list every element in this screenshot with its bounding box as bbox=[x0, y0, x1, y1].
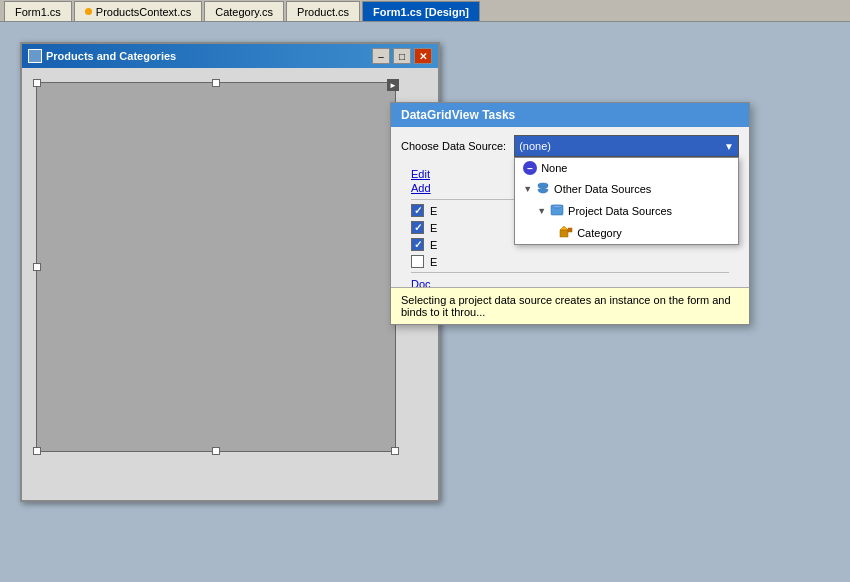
resize-handle-tl[interactable] bbox=[33, 79, 41, 87]
tab-categorycs-label: Category.cs bbox=[215, 6, 273, 18]
form-title: Products and Categories bbox=[28, 49, 176, 63]
category-icon bbox=[559, 225, 573, 241]
check-icon-2: ✓ bbox=[414, 222, 422, 233]
dropdown-other-sources-item[interactable]: ▼ Other Data Sources bbox=[515, 178, 738, 200]
form-window: Products and Categories – □ ✕ ► bbox=[20, 42, 440, 502]
form-titlebar: Products and Categories – □ ✕ bbox=[22, 44, 438, 68]
tab-productcs[interactable]: Product.cs bbox=[286, 1, 360, 21]
resize-handle-bl[interactable] bbox=[33, 447, 41, 455]
other-sources-db-icon bbox=[536, 181, 550, 197]
choose-data-source-row: Choose Data Source: (none) ▼ − None bbox=[401, 135, 739, 157]
project-sources-db-icon bbox=[550, 203, 564, 219]
dropdown-project-sources-item[interactable]: ▼ Project Data Sources bbox=[515, 200, 738, 222]
choose-data-source-label: Choose Data Source: bbox=[401, 140, 506, 152]
data-source-selected-value: (none) bbox=[519, 140, 551, 152]
checkbox-label-3: E bbox=[430, 239, 437, 251]
titlebar-buttons: – □ ✕ bbox=[372, 48, 432, 64]
checkbox-label-1: E bbox=[430, 205, 437, 217]
data-source-select[interactable]: (none) ▼ bbox=[514, 135, 739, 157]
checkbox-1[interactable]: ✓ bbox=[411, 204, 424, 217]
tab-productscontext-label: ProductsContext.cs bbox=[96, 6, 191, 18]
resize-handle-tm[interactable] bbox=[212, 79, 220, 87]
project-expand-arrow-icon: ▼ bbox=[537, 206, 546, 216]
svg-rect-5 bbox=[568, 228, 572, 232]
form-content: ► bbox=[22, 68, 438, 500]
checkbox-label-2: E bbox=[430, 222, 437, 234]
tab-form1design-label: Form1.cs [Design] bbox=[373, 6, 469, 18]
category-label: Category bbox=[577, 227, 622, 239]
dropdown-category-item[interactable]: Category bbox=[515, 222, 738, 244]
tasks-panel: DataGridView Tasks Choose Data Source: (… bbox=[390, 102, 750, 325]
svg-point-2 bbox=[553, 205, 562, 208]
tab-productcs-label: Product.cs bbox=[297, 6, 349, 18]
tab-bar: Form1.cs ProductsContext.cs Category.cs … bbox=[0, 0, 850, 22]
tasks-panel-title: DataGridView Tasks bbox=[391, 103, 749, 127]
check-icon-3: ✓ bbox=[414, 239, 422, 250]
checkbox-label-4: E bbox=[430, 256, 437, 268]
separator-2 bbox=[411, 272, 729, 273]
tab-productscontext[interactable]: ProductsContext.cs bbox=[74, 1, 202, 21]
other-sources-label: Other Data Sources bbox=[554, 183, 651, 195]
datagrid-tasks-arrow[interactable]: ► bbox=[387, 79, 399, 91]
checkbox-4[interactable] bbox=[411, 255, 424, 268]
expand-arrow-icon: ▼ bbox=[523, 184, 532, 194]
hint-text: Selecting a project data source creates … bbox=[401, 294, 731, 318]
checkbox-3[interactable]: ✓ bbox=[411, 238, 424, 251]
tasks-body: Choose Data Source: (none) ▼ − None bbox=[391, 127, 749, 303]
minimize-button[interactable]: – bbox=[372, 48, 390, 64]
checkbox-2[interactable]: ✓ bbox=[411, 221, 424, 234]
form-title-text: Products and Categories bbox=[46, 50, 176, 62]
data-source-select-container: (none) ▼ − None ▼ bbox=[514, 135, 739, 157]
close-button[interactable]: ✕ bbox=[414, 48, 432, 64]
project-sources-label: Project Data Sources bbox=[568, 205, 672, 217]
tab-form1design[interactable]: Form1.cs [Design] bbox=[362, 1, 480, 21]
tab-categorycs[interactable]: Category.cs bbox=[204, 1, 284, 21]
form-icon bbox=[28, 49, 42, 63]
resize-handle-br[interactable] bbox=[391, 447, 399, 455]
none-label: None bbox=[541, 162, 567, 174]
check-icon-1: ✓ bbox=[414, 205, 422, 216]
tab-form1cs[interactable]: Form1.cs bbox=[4, 1, 72, 21]
main-area: Products and Categories – □ ✕ ► bbox=[0, 22, 850, 582]
svg-rect-3 bbox=[560, 230, 568, 237]
none-icon: − bbox=[523, 161, 537, 175]
checkbox-row-4: E bbox=[411, 255, 729, 268]
datagrid-control[interactable]: ► bbox=[36, 82, 396, 452]
data-source-dropdown: − None ▼ bbox=[514, 157, 739, 245]
restore-button[interactable]: □ bbox=[393, 48, 411, 64]
dropdown-arrow-icon: ▼ bbox=[724, 141, 734, 152]
tab-form1cs-label: Form1.cs bbox=[15, 6, 61, 18]
dropdown-none-item[interactable]: − None bbox=[515, 158, 738, 178]
hint-area: Selecting a project data source creates … bbox=[391, 287, 749, 324]
svg-marker-4 bbox=[560, 226, 568, 230]
resize-handle-ml[interactable] bbox=[33, 263, 41, 271]
tab-dot bbox=[85, 8, 92, 15]
resize-handle-bm[interactable] bbox=[212, 447, 220, 455]
